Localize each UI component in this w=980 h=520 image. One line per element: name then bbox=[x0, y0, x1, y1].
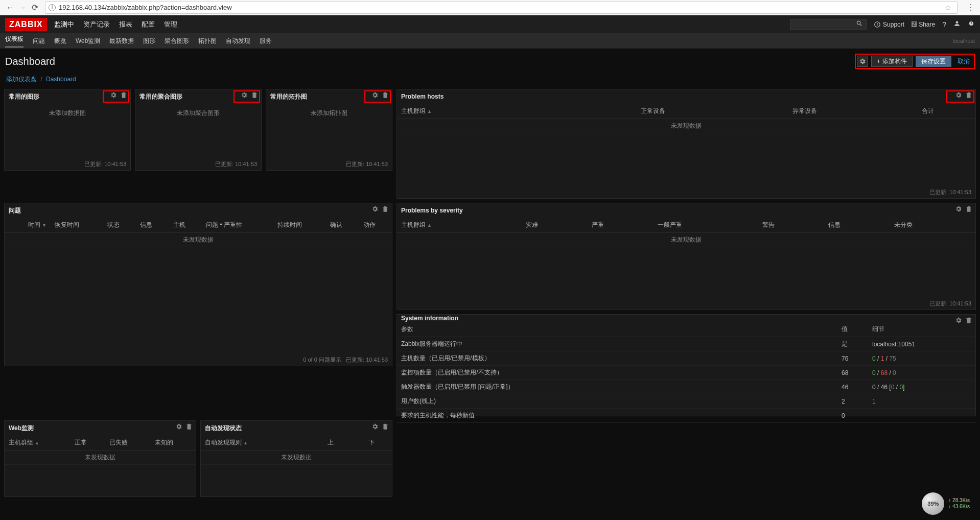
widget-edit-icon[interactable] bbox=[241, 91, 248, 100]
widget-title: 问题 bbox=[5, 203, 392, 218]
widget-edit-icon[interactable] bbox=[371, 91, 379, 100]
table-row: Zabbix服务器端运行中是localhost:10051 bbox=[397, 337, 975, 351]
col-average[interactable]: 一般严重 bbox=[654, 218, 759, 233]
submenu-graphs[interactable]: 图形 bbox=[143, 37, 155, 45]
submenu-overview[interactable]: 概览 bbox=[54, 37, 66, 45]
col-hostgroup[interactable]: 主机群组▲ bbox=[397, 218, 522, 233]
add-widget-button[interactable]: + 添加构件 bbox=[871, 56, 913, 67]
gear-icon bbox=[371, 91, 379, 99]
sysinfo-param: Zabbix服务器端运行中 bbox=[397, 337, 837, 351]
gear-icon bbox=[859, 58, 866, 65]
widget-edit-icon[interactable] bbox=[371, 205, 379, 214]
widget-delete-icon[interactable] bbox=[965, 91, 972, 100]
submenu-services[interactable]: 服务 bbox=[260, 37, 272, 45]
breadcrumb-root[interactable]: 添加仪表盘 bbox=[6, 76, 37, 83]
widget-footer: 已更新: 10:41:53 bbox=[5, 158, 130, 170]
bookmark-star-icon[interactable]: ☆ bbox=[945, 4, 954, 12]
trash-icon bbox=[382, 423, 389, 430]
widget-edit-icon[interactable] bbox=[955, 205, 962, 214]
col-warning[interactable]: 警告 bbox=[758, 218, 824, 233]
col-unknown[interactable]: 未知的 bbox=[151, 435, 196, 451]
search-icon[interactable] bbox=[856, 20, 863, 29]
menu-inventory[interactable]: 资产记录 bbox=[83, 20, 110, 29]
search-input[interactable] bbox=[794, 21, 856, 28]
col-notclassified[interactable]: 未分类 bbox=[890, 218, 975, 233]
empty-row: 未发现数据 bbox=[5, 451, 196, 465]
help-icon[interactable]: ? bbox=[942, 20, 946, 29]
user-icon[interactable] bbox=[953, 20, 961, 29]
widget-edit-icon[interactable] bbox=[955, 91, 962, 100]
support-link[interactable]: Support bbox=[874, 21, 904, 28]
submenu-web[interactable]: Web监测 bbox=[76, 37, 100, 45]
sysinfo-param: 要求的主机性能，每秒新值 bbox=[397, 409, 837, 423]
widget-delete-icon[interactable] bbox=[382, 91, 389, 100]
col-recovery[interactable]: 恢复时间 bbox=[51, 218, 103, 233]
menu-configuration[interactable]: 配置 bbox=[142, 20, 155, 29]
menu-administration[interactable]: 管理 bbox=[164, 20, 177, 29]
browser-menu-icon[interactable]: ⋮ bbox=[966, 3, 976, 12]
submenu-screens[interactable]: 聚合图形 bbox=[165, 37, 189, 45]
menu-reports[interactable]: 报表 bbox=[119, 20, 132, 29]
col-info[interactable]: 信息 bbox=[136, 218, 169, 233]
url-bar[interactable]: i 192.168.40.134/zabbix/zabbix.php?actio… bbox=[45, 2, 958, 14]
col-hostgroup[interactable]: 主机群组▲ bbox=[5, 435, 71, 451]
col-normal[interactable]: 正常设备 bbox=[577, 104, 729, 119]
submenu-latest[interactable]: 最新数据 bbox=[109, 37, 134, 45]
submenu-dashboard[interactable]: 仪表板 bbox=[5, 35, 24, 48]
col-disaster[interactable]: 灾难 bbox=[522, 218, 588, 233]
widget-edit-icon[interactable] bbox=[110, 91, 117, 100]
col-hostgroup[interactable]: 主机群组▲ bbox=[397, 104, 577, 119]
trash-icon bbox=[251, 91, 258, 99]
col-up[interactable]: 上 bbox=[310, 435, 351, 451]
back-button[interactable]: ← bbox=[4, 2, 16, 14]
widget-delete-icon[interactable] bbox=[382, 205, 389, 214]
save-button[interactable]: 保存设置 bbox=[916, 56, 951, 67]
sysinfo-value: 76 bbox=[837, 351, 868, 366]
col-down[interactable]: 下 bbox=[351, 435, 392, 451]
submenu-maps[interactable]: 拓扑图 bbox=[198, 37, 217, 45]
dashboard-settings-button[interactable] bbox=[857, 56, 868, 67]
col-high[interactable]: 严重 bbox=[588, 218, 654, 233]
share-link[interactable]: Z Share bbox=[912, 21, 935, 28]
col-host[interactable]: 主机 bbox=[169, 218, 202, 233]
breadcrumb-current[interactable]: Dashboard bbox=[46, 76, 76, 83]
widget-edit-icon[interactable] bbox=[371, 423, 379, 432]
col-ok[interactable]: 正常 bbox=[71, 435, 105, 451]
menu-monitoring[interactable]: 监测中 bbox=[54, 20, 74, 29]
sysinfo-detail: 1 bbox=[868, 394, 975, 409]
col-problem-severity[interactable]: 问题 • 严重性 bbox=[202, 218, 273, 233]
col-abnormal[interactable]: 异常设备 bbox=[729, 104, 880, 119]
widget-delete-icon[interactable] bbox=[382, 423, 389, 432]
col-duration[interactable]: 持续时间 bbox=[273, 218, 326, 233]
col-actions[interactable]: 动作 bbox=[359, 218, 392, 233]
col-time[interactable]: 时间▼ bbox=[5, 218, 51, 233]
col-failed[interactable]: 已失败 bbox=[105, 435, 150, 451]
reload-button[interactable]: ⟳ bbox=[29, 2, 41, 14]
widget-delete-icon[interactable] bbox=[185, 423, 193, 432]
sysinfo-param: 用户数(线上) bbox=[397, 394, 837, 409]
widget-delete-icon[interactable] bbox=[251, 91, 258, 100]
sysinfo-param: 触发器数量（已启用/已禁用 [问题/正常]） bbox=[397, 380, 837, 394]
cancel-link[interactable]: 取消 bbox=[954, 57, 973, 66]
widget-edit-icon[interactable] bbox=[175, 423, 182, 432]
col-ack[interactable]: 确认 bbox=[326, 218, 359, 233]
widget-delete-icon[interactable] bbox=[965, 205, 972, 214]
col-total[interactable]: 合计 bbox=[880, 104, 975, 119]
submenu-problems[interactable]: 问题 bbox=[33, 37, 45, 45]
dashboard-edit-actions: + 添加构件 保存设置 取消 bbox=[855, 54, 975, 69]
site-info-icon[interactable]: i bbox=[49, 4, 56, 11]
net-ball-icon[interactable]: 39% bbox=[922, 492, 944, 501]
widget-delete-icon[interactable] bbox=[965, 317, 972, 325]
widget-delete-icon[interactable] bbox=[120, 91, 127, 100]
app-header: ZABBIX 监测中 资产记录 报表 配置 管理 Support Z Share… bbox=[0, 15, 980, 33]
forward-button[interactable]: → bbox=[16, 2, 29, 14]
col-info[interactable]: 信息 bbox=[824, 218, 890, 233]
table-row: 主机数量（已启用/已禁用/模板）760 / 1 / 75 bbox=[397, 351, 975, 366]
submenu-discovery[interactable]: 自动发现 bbox=[226, 37, 250, 45]
col-status[interactable]: 状态 bbox=[103, 218, 136, 233]
search-box[interactable] bbox=[790, 19, 867, 30]
col-rule[interactable]: 自动发现规则▲ bbox=[201, 435, 310, 451]
zabbix-logo[interactable]: ZABBIX bbox=[5, 18, 47, 31]
widget-edit-icon[interactable] bbox=[955, 317, 962, 325]
power-icon[interactable] bbox=[968, 20, 975, 29]
